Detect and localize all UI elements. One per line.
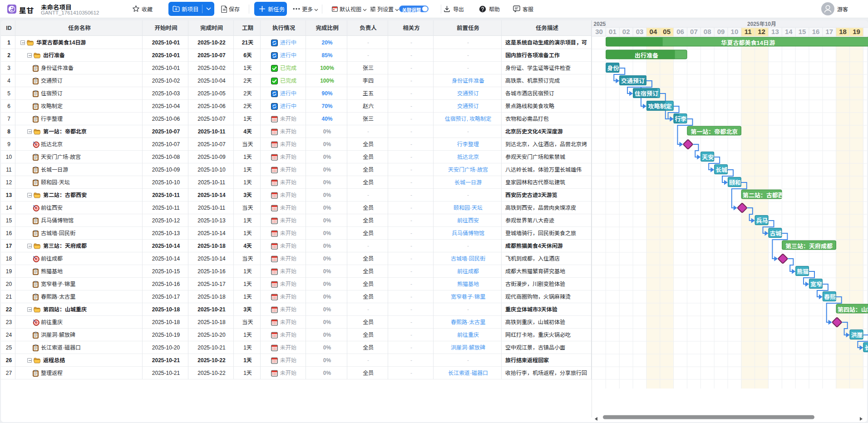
svg-text:08: 08 — [704, 28, 711, 35]
svg-text:12: 12 — [758, 28, 765, 35]
svg-text:19: 19 — [853, 28, 860, 35]
svg-text:09: 09 — [717, 28, 725, 35]
svg-text:16: 16 — [812, 28, 820, 35]
svg-text:第四站：山城重庆: 第四站：山城重庆 — [838, 306, 868, 313]
svg-text:10: 10 — [731, 28, 739, 35]
svg-text:攻略制定: 攻略制定 — [648, 103, 672, 110]
svg-text:03: 03 — [636, 28, 644, 35]
svg-text:行李整理: 行李整理 — [675, 116, 699, 123]
svg-text:13: 13 — [771, 28, 779, 35]
svg-text:02: 02 — [622, 28, 630, 35]
svg-text:14: 14 — [785, 28, 793, 35]
svg-text:天安门广场·故宫: 天安门广场·故宫 — [702, 154, 745, 161]
svg-text:2025年10月: 2025年10月 — [747, 21, 776, 27]
svg-text:长江索道·磁器口: 长江索道·磁器口 — [864, 344, 868, 351]
svg-text:古城墙·回民街: 古城墙·回民街 — [770, 230, 807, 237]
svg-text:15: 15 — [799, 28, 806, 35]
svg-text:第二站：古都西安: 第二站：古都西安 — [743, 192, 790, 199]
svg-text:01: 01 — [609, 28, 616, 35]
svg-text:04: 04 — [650, 28, 657, 35]
svg-text:11: 11 — [745, 28, 752, 35]
svg-text:第三站：天府成都: 第三站：天府成都 — [785, 243, 833, 250]
svg-text:18: 18 — [839, 28, 847, 35]
svg-text:第一站：帝都北京: 第一站：帝都北京 — [690, 128, 738, 135]
svg-text:熊猫基地: 熊猫基地 — [797, 268, 820, 275]
svg-text:华夏古都美食14日游: 华夏古都美食14日游 — [721, 39, 775, 46]
svg-text:住宿预订: 住宿预订 — [635, 90, 658, 97]
svg-text:出行准备: 出行准备 — [635, 52, 658, 59]
svg-text:06: 06 — [676, 28, 684, 35]
svg-text:07: 07 — [690, 28, 698, 35]
svg-text:交通预订: 交通预订 — [621, 78, 645, 84]
svg-text:05: 05 — [663, 28, 671, 35]
svg-text:17: 17 — [825, 28, 833, 35]
svg-text:30: 30 — [595, 28, 603, 35]
